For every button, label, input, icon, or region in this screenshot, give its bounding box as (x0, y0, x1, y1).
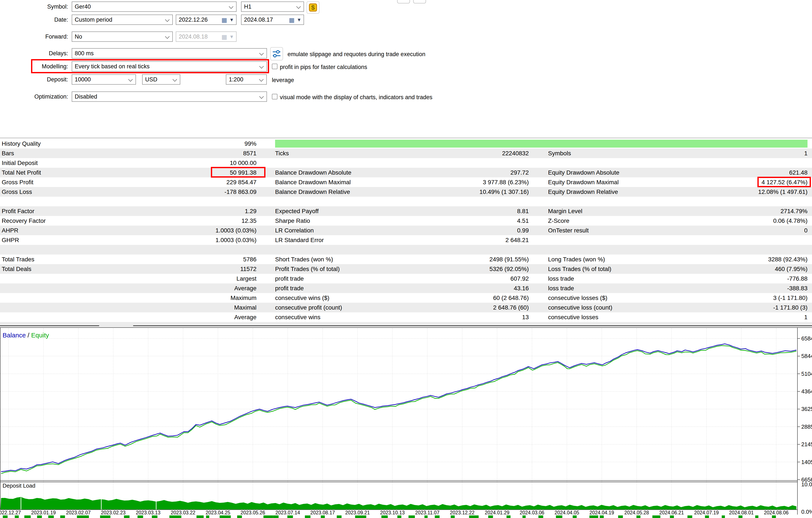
x-axis-label: 2024.06.21 (659, 510, 684, 515)
x-axis-label: 2023.07.14 (275, 510, 300, 515)
svg-text:36251: 36251 (801, 406, 812, 412)
svg-text:28852: 28852 (801, 424, 812, 430)
x-axis-label: 2023.10.13 (380, 510, 405, 515)
x-axis-label: 2023.02.23 (101, 510, 125, 515)
x-axis-label: 2024.04.19 (589, 510, 614, 515)
x-axis-label: 2023.08.17 (310, 510, 335, 515)
x-axis-label: 2022.12.27 (0, 510, 21, 515)
svg-text:0.0%: 0.0% (801, 509, 812, 515)
x-axis-label: 2023.02.07 (66, 510, 91, 515)
svg-text:65845: 65845 (801, 335, 812, 342)
chart-legend: Balance / Equity (3, 332, 49, 339)
svg-text:43649: 43649 (801, 388, 812, 394)
legend-balance: Balance (3, 332, 26, 339)
x-axis-label: 2023.03.13 (136, 510, 161, 515)
x-axis-label: 2023.04.25 (205, 510, 230, 515)
x-axis-label: 2023.01.19 (31, 510, 56, 515)
svg-text:51048: 51048 (801, 371, 812, 377)
x-axis-label: 2024.01.29 (485, 510, 509, 515)
x-axis-label: 2024.04.05 (554, 510, 579, 515)
x-axis-label: 2024.03.06 (520, 510, 544, 515)
svg-text:14055: 14055 (801, 459, 812, 465)
deposit-load-label: Deposit Load (3, 483, 35, 489)
x-axis-label: 2024.07.19 (694, 510, 719, 515)
svg-text:10.0%: 10.0% (801, 481, 812, 488)
legend-equity: Equity (31, 332, 49, 339)
x-axis-label: 2024.08.01 (729, 510, 754, 515)
x-axis-label: 2023.05.26 (240, 510, 265, 515)
strategy-tester-report: Symbol: Date: Forward: Delays: Modelling… (0, 0, 812, 518)
svg-text:58447: 58447 (801, 353, 812, 359)
svg-text:21454: 21454 (801, 441, 812, 447)
x-axis-label: 2023.11.07 (415, 510, 439, 515)
chart-svg: 6584558447510484364936251288522145414055… (0, 0, 812, 518)
x-axis-label: 2023.09.21 (345, 510, 370, 515)
x-axis-label: 2024.08.06 (764, 510, 788, 515)
x-axis-label: 2023.03.22 (171, 510, 195, 515)
x-axis-label: 2023.12.22 (450, 510, 474, 515)
x-axis-label: 2024.05.28 (624, 510, 649, 515)
